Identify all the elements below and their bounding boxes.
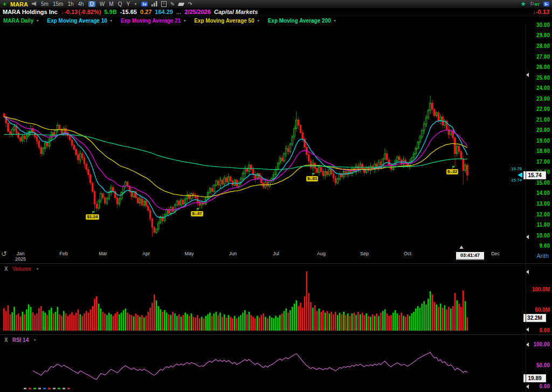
stats-ellipsis[interactable]: ... [176, 9, 181, 15]
axis-range-arrow [526, 342, 529, 347]
add-study-icon[interactable]: + [161, 1, 167, 7]
volume-tick-label: 0.00 [526, 327, 550, 333]
price-tick-label: 14.00 [526, 190, 550, 196]
rsi-pane-header: X RSI 14 ▼ [4, 337, 37, 343]
rsi-chart-canvas[interactable] [0, 335, 526, 392]
favorite-star-icon[interactable]: ★ [521, 1, 526, 8]
x-axis-month-label: Sep [355, 251, 374, 256]
volume-dropdown-caret[interactable]: ▼ [36, 267, 39, 271]
legend-item-label: Exp Moving Average 200 [268, 18, 331, 24]
rsi-tick-label: 50.00 [526, 362, 550, 368]
legend-item-label: Exp Moving Average 21 [121, 18, 181, 24]
price-tick-label: 21.00 [526, 117, 550, 123]
x-axis-month-label: Dec [486, 251, 505, 256]
volume-tick-label: 50.0M [526, 307, 550, 313]
legend-item-2[interactable]: Exp Moving Average 21▼ [121, 18, 187, 24]
legend-item-0[interactable]: MARA Daily▼ [3, 18, 39, 24]
scroll-to-latest-icon[interactable] [459, 246, 464, 249]
price-change: -0.13 [64, 9, 78, 15]
price-axis[interactable]: 30.0029.0028.0027.0026.0025.0024.0023.00… [526, 24, 552, 249]
legend-item-1[interactable]: Exp Moving Average 10▼ [47, 18, 113, 24]
draw-pencil-icon[interactable]: ✎ [170, 2, 175, 7]
ask-price-label: 15.74 [505, 178, 522, 183]
price-tick-label: 12.00 [526, 212, 550, 218]
scale-mode-toggle[interactable]: Arith [536, 253, 549, 259]
change-right: ↓-0.13 [533, 9, 549, 15]
axis-range-arrow [526, 327, 529, 332]
trading-chart-window: + MARA 5m15m1h4hDWMQY ▼ 1c + ✎ ↷ ★ ⚐RT S… [0, 0, 552, 392]
legend-dropdown-caret[interactable]: ▼ [36, 19, 39, 23]
bid-price-label: 15.75 [505, 166, 522, 171]
x-axis-month-label: Apr [137, 251, 155, 256]
stream-status-badge: S- [543, 2, 549, 6]
timeframe-button-1h[interactable]: 1h [67, 1, 73, 7]
timeframe-button-q[interactable]: Q [118, 1, 122, 7]
symbol-label[interactable]: MARA [10, 1, 28, 8]
current-volume-label: 32.2M [523, 314, 546, 322]
stat-value-3: 0.27 [140, 9, 151, 15]
stat-value-4: 164.29 [155, 9, 173, 15]
price-tick-label: 26.00 [526, 64, 550, 70]
price-tick-label: 20.00 [526, 127, 550, 133]
alerts-icon[interactable] [32, 1, 37, 7]
candle-countdown-timer: 03:41:47 [456, 252, 484, 260]
axis-range-arrow [526, 73, 529, 77]
timeframe-button-15m[interactable]: 15m [53, 1, 63, 7]
timeframe-dropdown-caret[interactable]: ▼ [134, 2, 137, 6]
reset-zoom-icon[interactable]: ↺ [1, 250, 7, 258]
price-tick-label: 25.00 [526, 75, 550, 81]
legend-dropdown-caret[interactable]: ▼ [183, 19, 187, 23]
timeframe-button-4h[interactable]: 4h [78, 1, 84, 7]
study-legend-row: MARA Daily▼Exp Moving Average 10▼Exp Mov… [0, 17, 552, 24]
timeframe-button-5m[interactable]: 5m [41, 1, 49, 7]
legend-dropdown-caret[interactable]: ▼ [109, 19, 113, 23]
price-tick-label: 22.00 [526, 106, 550, 112]
timeframe-button-d[interactable]: D [88, 1, 95, 7]
rsi-dropdown-caret[interactable]: ▼ [33, 338, 37, 342]
legend-item-4[interactable]: Exp Moving Average 200▼ [268, 18, 337, 24]
one-click-trade-badge[interactable]: 1c [141, 2, 148, 6]
price-chart-canvas[interactable] [0, 24, 526, 249]
timeframe-button-w[interactable]: W [100, 1, 105, 7]
stat-value-2: -15.65 [120, 9, 137, 15]
x-axis-month-label: Mar [94, 251, 112, 256]
share-chart-icon[interactable]: ↷ [188, 2, 192, 7]
x-axis-month-label: Jan2025 [11, 251, 30, 262]
current-price-arrow [518, 172, 522, 178]
volume-chart-canvas[interactable] [0, 264, 526, 334]
rsi-tick-label: 100.00 [526, 341, 550, 347]
chart-type-icon[interactable] [151, 1, 157, 8]
x-axis-month-label: Jun [224, 251, 242, 256]
current-rsi-label: 19.89 [523, 374, 546, 382]
earnings-flag-marker[interactable]: $-.81 [306, 176, 318, 181]
price-tick-label: 18.00 [526, 148, 550, 154]
next-earnings-date: 2/25/2026 [184, 9, 211, 15]
legend-item-label: MARA Daily [3, 18, 33, 24]
earnings-flag-marker[interactable]: $-.47 [191, 211, 203, 216]
price-tick-label: 13.00 [526, 201, 550, 207]
legend-dropdown-caret[interactable]: ▼ [333, 19, 337, 23]
add-symbol-button[interactable]: + [3, 2, 6, 7]
volume-pane-title[interactable]: Volume [12, 266, 31, 272]
price-tick-label: 30.00 [526, 22, 550, 28]
price-tick-label: 19.00 [526, 138, 550, 144]
time-axis[interactable]: ↺ 03:41:47 Arith Jan2025FebMarAprMayJunJ… [0, 249, 552, 263]
legend-item-label: Exp Moving Average 10 [47, 18, 107, 24]
earnings-flag-marker[interactable]: $-.32 [446, 169, 458, 174]
earnings-flag-marker[interactable]: $1.24 [86, 214, 99, 220]
volume-axis[interactable]: 100.0M50.0M0.00 [526, 264, 552, 334]
rsi-axis[interactable]: 100.0050.000.00 [526, 335, 552, 392]
close-volume-pane-button[interactable]: X [4, 266, 8, 272]
rsi-pane-title[interactable]: RSI 14 [12, 337, 29, 343]
eraser-icon[interactable] [178, 3, 184, 6]
volume-tick-label: 100.0M [526, 286, 550, 292]
legend-dropdown-caret[interactable]: ▼ [257, 19, 260, 23]
close-rsi-pane-button[interactable]: X [4, 337, 8, 343]
axis-range-arrow [526, 235, 529, 239]
market-cap: 5.9B [104, 9, 116, 15]
price-tick-label: 17.00 [526, 159, 550, 165]
timeframe-button-m[interactable]: M [109, 1, 113, 7]
timeframe-group: 5m15m1h4hDWMQY [41, 1, 130, 7]
timeframe-button-y[interactable]: Y [126, 1, 130, 7]
legend-item-3[interactable]: Exp Moving Average 50▼ [194, 18, 260, 24]
